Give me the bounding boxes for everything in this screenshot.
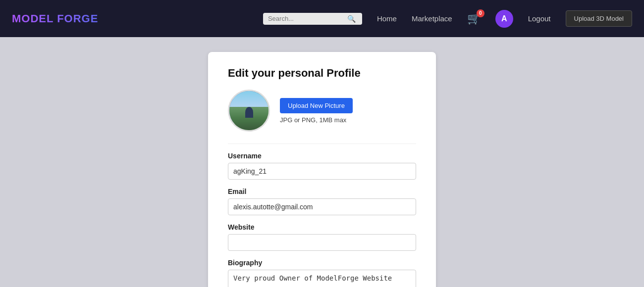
nav-links: Home Marketplace 🛒 0 A Logout Upload 3D … bbox=[377, 10, 632, 28]
biography-textarea[interactable]: Very proud Owner of ModelForge Website bbox=[228, 270, 416, 287]
email-field-group: Email bbox=[228, 188, 416, 215]
email-input[interactable] bbox=[228, 198, 416, 215]
website-input[interactable] bbox=[228, 234, 416, 251]
logout-link[interactable]: Logout bbox=[528, 14, 551, 23]
username-label: Username bbox=[228, 152, 416, 160]
home-link[interactable]: Home bbox=[377, 14, 397, 23]
brand-logo[interactable]: MODEL FORGE bbox=[12, 12, 98, 25]
avatar-visual bbox=[229, 91, 268, 130]
cart-button[interactable]: 🛒 0 bbox=[467, 12, 481, 25]
profile-title: Edit your personal Profile bbox=[228, 67, 416, 80]
upload-picture-button[interactable]: Upload New Picture bbox=[280, 98, 353, 113]
main-content: Edit your personal Profile Upload New Pi… bbox=[0, 37, 644, 287]
biography-field-group: Biography Very proud Owner of ModelForge… bbox=[228, 259, 416, 287]
website-field-group: Website bbox=[228, 223, 416, 251]
upload-section: Upload New Picture JPG or PNG, 1MB max bbox=[280, 98, 353, 124]
biography-label: Biography bbox=[228, 259, 416, 267]
username-field-group: Username bbox=[228, 152, 416, 180]
profile-avatar-image bbox=[228, 90, 270, 132]
marketplace-link[interactable]: Marketplace bbox=[412, 14, 452, 23]
username-input[interactable] bbox=[228, 163, 416, 180]
website-label: Website bbox=[228, 223, 416, 231]
search-icon: 🔍 bbox=[347, 15, 356, 23]
section-divider bbox=[228, 144, 416, 144]
profile-card: Edit your personal Profile Upload New Pi… bbox=[208, 52, 436, 287]
email-label: Email bbox=[228, 188, 416, 195]
cart-badge: 0 bbox=[477, 9, 484, 17]
upload-hint-text: JPG or PNG, 1MB max bbox=[280, 116, 353, 124]
navbar: MODEL FORGE 🔍 Home Marketplace 🛒 0 A Log… bbox=[0, 0, 644, 37]
user-avatar[interactable]: A bbox=[495, 10, 513, 28]
avatar-section: Upload New Picture JPG or PNG, 1MB max bbox=[228, 90, 416, 132]
search-bar: 🔍 bbox=[263, 13, 362, 25]
search-input[interactable] bbox=[268, 15, 347, 22]
upload-3d-model-button[interactable]: Upload 3D Model bbox=[566, 10, 632, 27]
